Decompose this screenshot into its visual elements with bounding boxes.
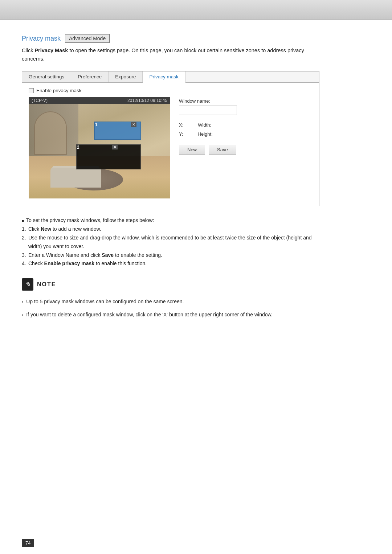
top-bar xyxy=(0,0,392,20)
step3-bold: Save xyxy=(102,252,114,258)
advanced-mode-badge: Advanced Mode xyxy=(65,34,110,43)
mask-close-1[interactable]: ✕ xyxy=(131,122,136,127)
note-header: ✎ NOTE xyxy=(22,278,319,291)
window-name-input[interactable] xyxy=(179,106,237,115)
enable-privacy-mask-checkbox[interactable] xyxy=(29,88,34,93)
page-number: 74 xyxy=(22,539,34,547)
note-icon: ✎ xyxy=(22,278,33,291)
description-text: Click Privacy Mask to open the settings … xyxy=(22,46,319,63)
camera-timestamp: 2012/10/12 09:10:45 xyxy=(127,98,167,103)
step1-bold: New xyxy=(41,226,51,232)
page-content: Privacy mask Advanced Mode Click Privacy… xyxy=(0,20,392,554)
mask-window-2[interactable] xyxy=(76,144,141,169)
note-bullet-2: If you want to delete a configured mask … xyxy=(22,311,319,319)
height-coord-item: Height: xyxy=(198,131,213,137)
y-coord-item: Y: xyxy=(179,131,183,137)
enable-label: Enable privacy mask xyxy=(36,88,82,93)
right-panel: Window name: X: Width: Y: xyxy=(179,97,313,155)
camera-image: 1 ✕ 2 ✕ xyxy=(29,104,170,198)
bold-privacy-mask: Privacy Mask xyxy=(34,48,68,53)
settings-panel: General settings Preference Exposure Pri… xyxy=(22,71,319,206)
note-divider xyxy=(22,293,319,293)
tab-privacy-mask[interactable]: Privacy mask xyxy=(143,71,185,83)
width-label: Width: xyxy=(198,122,211,128)
tabs-row: General settings Preference Exposure Pri… xyxy=(22,71,319,83)
mask-label-1: 1 xyxy=(95,122,98,127)
panel-main: (TCP-V) 2012/10/12 09:10:45 1 xyxy=(29,97,313,198)
note-bullet-1: Up to 5 privacy mask windows can be conf… xyxy=(22,297,319,306)
x-label: X: xyxy=(179,122,183,128)
tab-preference[interactable]: Preference xyxy=(71,71,109,82)
height-row: Y: Height: xyxy=(179,131,313,137)
camera-topbar: (TCP-V) 2012/10/12 09:10:45 xyxy=(29,97,170,104)
new-button[interactable]: New xyxy=(179,145,205,155)
x-coord-item: X: xyxy=(179,122,183,128)
tab-exposure[interactable]: Exposure xyxy=(109,71,143,82)
panel-body: Enable privacy mask (TCP-V) 2012/10/12 0… xyxy=(22,83,319,206)
height-label: Height: xyxy=(198,131,213,137)
sofa xyxy=(50,168,101,188)
privacy-mask-title: Privacy mask xyxy=(22,35,61,42)
y-label: Y: xyxy=(179,131,183,137)
width-coord-item: Width: xyxy=(198,122,211,128)
step-3: 3. Enter a Window Name and click Save to… xyxy=(22,251,319,260)
step-1: 1. Click New to add a new window. xyxy=(22,225,319,234)
note-title: NOTE xyxy=(37,281,56,288)
camera-label: (TCP-V) xyxy=(32,98,48,103)
arch-shape xyxy=(34,111,67,155)
step-2: 2. Use the mouse to size and drag-drop t… xyxy=(22,234,319,251)
mask-label-2: 2 xyxy=(77,145,79,150)
step4-bold: Enable privacy mask xyxy=(44,260,95,266)
numbered-steps: 1. Click New to add a new window. 2. Use… xyxy=(22,225,319,268)
steps-intro: To set the privacy mask windows, follow … xyxy=(22,216,319,225)
tab-general-settings[interactable]: General settings xyxy=(22,71,71,82)
title-row: Privacy mask Advanced Mode xyxy=(22,34,370,43)
window-name-label: Window name: xyxy=(179,98,313,104)
action-buttons: New Save xyxy=(179,145,313,155)
step-4: 4. Check Enable privacy mask to enable t… xyxy=(22,259,319,268)
camera-view: (TCP-V) 2012/10/12 09:10:45 1 xyxy=(29,97,170,198)
mask-close-2[interactable]: ✕ xyxy=(112,145,118,149)
note-section: ✎ NOTE Up to 5 privacy mask windows can … xyxy=(22,278,319,319)
enable-row: Enable privacy mask xyxy=(29,88,313,93)
save-button[interactable]: Save xyxy=(209,145,236,155)
xy-row: X: Width: xyxy=(179,122,313,128)
steps-section: To set the privacy mask windows, follow … xyxy=(22,216,319,268)
